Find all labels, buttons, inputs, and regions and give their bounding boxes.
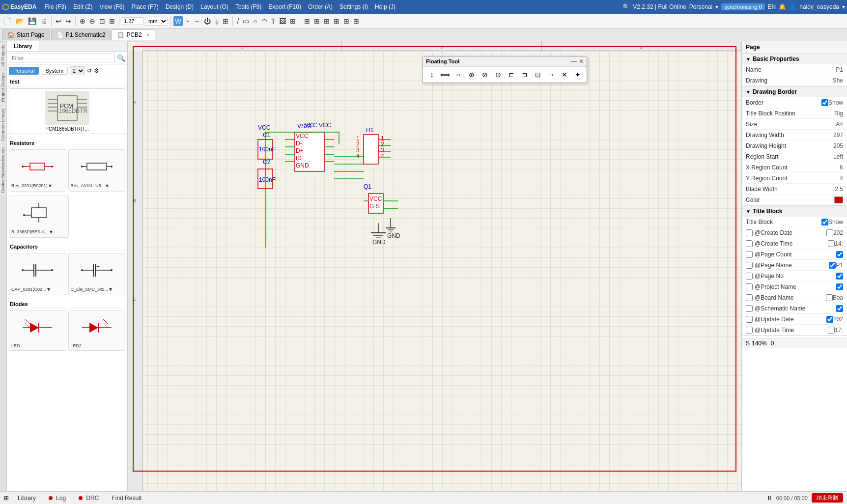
pause-icon[interactable]: ⏸ [766,495,772,502]
menu-tools[interactable]: Tools (F9) [232,2,264,11]
bus-btn[interactable]: ~ [184,16,191,26]
component-q1[interactable]: Q1 VCC G S GND [364,183,400,239]
zoom-in-btn[interactable]: ⊕ [78,16,87,26]
ft-btn-11[interactable]: ✕ [559,69,570,81]
save-btn[interactable]: 💾 [27,16,38,26]
menu-file[interactable]: File (F3) [41,2,69,11]
titleblock-checkbox[interactable] [821,219,828,225]
bb-tab-drc[interactable]: DRC [75,494,103,503]
menu-settings[interactable]: Settings (I) [337,2,371,11]
gnd-btn[interactable]: ⏚ [213,16,220,26]
border-checkbox[interactable] [821,99,828,106]
lib-item-cap0201[interactable]: CAP_0201(C02...▾ [9,253,66,295]
r3386p-label[interactable]: R_3386P(RES-A...▾ [11,228,66,235]
create-date-show-cb[interactable] [826,229,833,236]
rect-btn[interactable]: ▭ [241,16,251,26]
schematic-name-show-cb[interactable] [836,305,843,312]
lib-item-res0201[interactable]: Res_0201(R0201)▾ [9,149,66,192]
lib-tab-library[interactable]: Library [7,41,39,51]
project-name-show-cb[interactable] [836,283,843,290]
cap-ele-label[interactable]: C_Ele_SMD_3x5...▾ [71,286,123,293]
text-btn[interactable]: T [270,16,277,26]
canvas-area[interactable]: 1 2 3 A B C C1 100nF C2 [128,41,741,491]
lib-num-select[interactable]: 213 [70,66,85,75]
lib-item-r3386p[interactable]: R_3386P(RES-A...▾ [9,196,69,238]
open-btn[interactable]: 📂 [14,16,26,26]
page-name-checkbox[interactable] [746,262,753,269]
user-avatar-icon[interactable]: 👤 [789,3,796,10]
update-time-show-cb[interactable] [828,327,835,334]
redo-btn[interactable]: ↪ [64,16,73,26]
component-u1[interactable]: VSS1 VCC D- D+ ID GND VCC VCC [285,122,334,171]
menu-export[interactable]: Export (F10) [265,2,304,11]
lib-item-cap-ele[interactable]: + C_Ele_SMD_3x5...▾ [68,253,126,295]
create-time-show-cb[interactable] [828,240,835,247]
zoom-input[interactable] [122,17,144,25]
personal-arrow-icon[interactable]: ▾ [715,3,718,10]
board-name-show-cb[interactable] [826,294,833,301]
lib-pcm-item[interactable]: PCM 1865DBTR PCM1865DBTR(T... [9,88,125,134]
page-count-show-cb[interactable] [836,251,843,258]
create-date-checkbox[interactable] [746,229,753,236]
lib-item-diode2[interactable]: LED2 [68,310,126,351]
board-name-checkbox[interactable] [746,294,753,301]
zoom-select-btn[interactable]: ⊞ [108,16,116,26]
table-btn[interactable]: ⊞ [288,16,297,26]
line-btn[interactable]: / [235,16,240,26]
update-time-checkbox[interactable] [746,327,753,334]
extra-btn5[interactable]: ⊞ [342,16,351,26]
lang-label[interactable]: EN [768,3,776,10]
component-c1[interactable]: C1 100nF C2 100nF VCC [258,124,276,189]
extra-btn6[interactable]: ⊞ [352,16,361,26]
menu-design[interactable]: Design (D) [163,2,197,11]
rp-basic-header[interactable]: ▼ Basic Properties [742,54,847,64]
lib-item-diode1[interactable]: LED [9,310,66,351]
schematic-name-checkbox[interactable] [746,305,753,312]
lib-item-res-axial[interactable]: Res_AXIAL-1/8...▾ [68,149,126,192]
ft-btn-2[interactable]: ⟺ [439,69,451,81]
sidebar-common-library[interactable]: Common Library [0,105,6,144]
floating-tool-header[interactable]: Floating Tool — ✕ [423,56,587,67]
print-btn[interactable]: 🖨 [39,16,49,26]
bb-tab-log[interactable]: Log [45,494,70,503]
power-btn[interactable]: ⏻ [202,16,212,26]
bb-tab-find-result[interactable]: Find Result [108,494,145,503]
menu-layout[interactable]: Layout (O) [198,2,231,11]
lib-filter-input[interactable] [9,54,115,62]
page-count-checkbox[interactable] [746,251,753,258]
circle-btn[interactable]: ○ [252,16,258,26]
page-name-show-cb[interactable] [829,262,836,269]
ft-btn-1[interactable]: ↕ [426,69,438,81]
ft-btn-10[interactable]: → [545,69,557,81]
ft-btn-8[interactable]: ⊐ [519,69,531,81]
filter-search-icon[interactable]: 🔍 [117,54,125,62]
tab-close-icon[interactable]: ✕ [146,32,150,38]
user-arrow-icon[interactable]: ▾ [842,3,845,10]
personal-label[interactable]: Personal [689,3,712,10]
tab-start-page[interactable]: 🏠 Start Page [2,29,50,40]
zoom-fit-btn[interactable]: ⊡ [98,16,107,26]
notification-icon[interactable]: 🔔 [779,3,786,10]
ft-btn-6[interactable]: ⊙ [492,69,504,81]
ft-btn-7[interactable]: ⊏ [506,69,517,81]
ft-btn-4[interactable]: ⊕ [466,69,478,81]
zoom-out-btn[interactable]: ⊖ [88,16,97,26]
sidebar-all-projects[interactable]: All Projects [0,41,6,70]
color-swatch[interactable] [834,196,843,203]
ft-btn-12[interactable]: ✦ [572,69,584,81]
menu-help[interactable]: Help (J) [372,2,398,11]
search-icon[interactable]: 🔍 [622,3,630,10]
page-no-checkbox[interactable] [746,273,753,280]
page-no-show-cb[interactable] [836,273,843,280]
side-grid-icon[interactable]: ⊞ [4,495,9,502]
menu-edit[interactable]: Edit (Z) [70,2,95,11]
tab-schematic2[interactable]: 📄 P1.Schematic2 [51,29,111,40]
arc-btn[interactable]: ◠ [260,16,269,26]
ft-btn-3[interactable]: ↔ [452,69,464,81]
extra-btn4[interactable]: ⊞ [332,16,341,26]
component-h1[interactable]: H1 1 2 3 4 1 2 3 4 [356,127,391,164]
rp-titleblock-header[interactable]: ▼ Title Block [742,206,847,217]
ft-btn-9[interactable]: ⊡ [532,69,544,81]
source-system-btn[interactable]: System [41,67,68,75]
source-personal-btn[interactable]: Personal [9,67,39,75]
